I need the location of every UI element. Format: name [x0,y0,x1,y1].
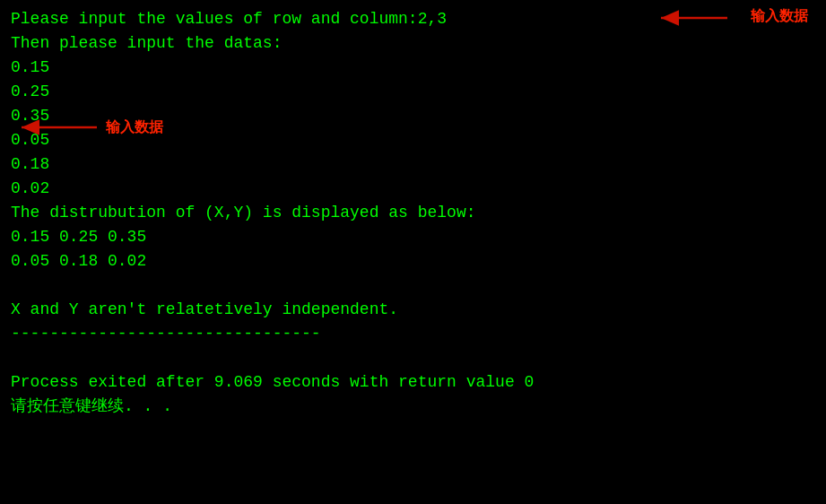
arrow-mid-icon [18,115,99,140]
annotation-top-label: 输入数据 [751,7,808,26]
line-12: X and Y aren't relatetively independent. [11,298,815,322]
line-14: Process exited after 9.069 seconds with … [11,370,815,395]
annotation-mid-label: 输入数据 [106,118,163,137]
line-10: 0.15 0.25 0.35 [11,225,815,249]
line-9: The distrubution of (X,Y) is displayed a… [11,201,815,225]
annotation-mid-left: 输入数据 [18,115,163,140]
line-15: 请按任意键继续. . . [11,395,815,419]
line-4: 0.25 [11,80,815,104]
line-11: 0.05 0.18 0.02 [11,249,815,274]
terminal-window: Please input the values of row and colum… [0,0,826,504]
arrow-icon [657,5,729,30]
annotation-top-right: 输入数据 [751,7,808,26]
line-3: 0.15 [11,56,815,80]
line-7: 0.18 [11,152,815,177]
annotation-top-arrow [657,5,729,30]
line-8: 0.02 [11,177,815,201]
line-2: Then please input the datas: [11,31,815,56]
line-13: -------------------------------- [11,322,815,346]
